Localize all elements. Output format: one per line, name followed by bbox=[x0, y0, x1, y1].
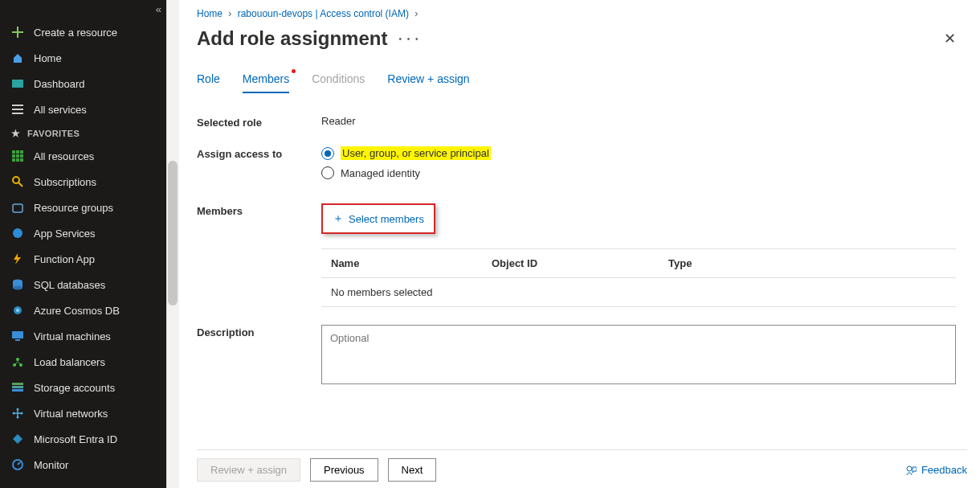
svg-rect-9 bbox=[20, 158, 23, 162]
assign-access-label: Assign access to bbox=[197, 146, 321, 186]
svg-point-12 bbox=[13, 228, 22, 238]
footer: Review + assign Previous Next Feedback bbox=[197, 449, 967, 482]
home-icon bbox=[11, 51, 24, 64]
tab-role[interactable]: Role bbox=[197, 72, 220, 93]
sidebar-item-storage-accounts[interactable]: Storage accounts bbox=[0, 375, 166, 400]
bolt-icon bbox=[11, 252, 24, 265]
radio-label-user: User, group, or service principal bbox=[341, 146, 491, 160]
review-assign-button: Review + assign bbox=[197, 458, 300, 482]
sidebar-item-virtual-machines[interactable]: Virtual machines bbox=[0, 323, 166, 349]
sidebar-item-sql-databases[interactable]: SQL databases bbox=[0, 272, 166, 297]
svg-point-15 bbox=[13, 286, 22, 290]
svg-rect-23 bbox=[12, 383, 23, 385]
members-label: Members bbox=[197, 203, 321, 217]
list-icon bbox=[11, 103, 24, 116]
vm-icon bbox=[11, 330, 24, 342]
svg-point-10 bbox=[13, 177, 19, 183]
plus-icon bbox=[11, 26, 24, 39]
svg-point-27 bbox=[21, 412, 23, 415]
selected-role-value: Reader bbox=[321, 115, 956, 129]
sidebar-item-resource-groups[interactable]: Resource groups bbox=[0, 195, 166, 220]
tabs: Role Members Conditions Review + assign bbox=[197, 72, 956, 94]
svg-rect-8 bbox=[16, 158, 19, 162]
sidebar: « Create a resource Home Dashboard All s… bbox=[0, 0, 166, 488]
svg-rect-2 bbox=[16, 150, 19, 154]
sidebar-collapse-icon[interactable]: « bbox=[156, 3, 161, 15]
description-input[interactable] bbox=[321, 325, 956, 384]
notification-dot-icon bbox=[292, 69, 296, 73]
breadcrumb: Home › rabououn-devops | Access control … bbox=[197, 8, 956, 19]
sidebar-create-resource[interactable]: Create a resource bbox=[0, 19, 166, 45]
radio-icon bbox=[321, 147, 334, 160]
sidebar-home[interactable]: Home bbox=[0, 45, 166, 71]
grid-icon bbox=[11, 150, 24, 162]
sidebar-item-virtual-networks[interactable]: Virtual networks bbox=[0, 400, 166, 426]
radio-icon bbox=[321, 166, 334, 179]
close-icon[interactable]: ✕ bbox=[944, 30, 956, 47]
plus-icon: ＋ bbox=[333, 211, 344, 226]
breadcrumb-home[interactable]: Home bbox=[197, 8, 223, 19]
sidebar-item-subscriptions[interactable]: Subscriptions bbox=[0, 169, 166, 195]
svg-rect-3 bbox=[20, 150, 23, 154]
svg-rect-4 bbox=[12, 154, 15, 158]
sidebar-item-monitor[interactable]: Monitor bbox=[0, 452, 166, 478]
storage-icon bbox=[11, 381, 24, 394]
col-object-id: Object ID bbox=[492, 257, 668, 269]
feedback-icon bbox=[905, 465, 917, 476]
tab-review-assign[interactable]: Review + assign bbox=[387, 72, 469, 93]
monitor-icon bbox=[11, 458, 24, 471]
members-empty-message: No members selected bbox=[321, 278, 956, 307]
svg-point-20 bbox=[16, 358, 19, 361]
col-type: Type bbox=[668, 257, 946, 269]
sidebar-favorites-header: FAVORITES bbox=[0, 122, 166, 143]
sidebar-item-load-balancers[interactable]: Load balancers bbox=[0, 349, 166, 375]
svg-point-26 bbox=[13, 412, 15, 415]
main-panel: Home › rabououn-devops | Access control … bbox=[166, 0, 980, 488]
svg-point-29 bbox=[17, 416, 19, 419]
sidebar-item-cosmos-db[interactable]: Azure Cosmos DB bbox=[0, 297, 166, 323]
chevron-right-icon: › bbox=[411, 8, 421, 19]
previous-button[interactable]: Previous bbox=[310, 458, 378, 482]
cube-group-icon bbox=[11, 201, 24, 214]
svg-rect-5 bbox=[16, 154, 19, 158]
col-name: Name bbox=[331, 257, 492, 269]
more-icon[interactable]: • • • bbox=[398, 35, 419, 43]
vnet-icon bbox=[11, 407, 24, 420]
description-label: Description bbox=[197, 325, 321, 338]
svg-rect-24 bbox=[12, 386, 23, 388]
select-members-button[interactable]: ＋ Select members bbox=[321, 203, 435, 234]
svg-point-28 bbox=[17, 408, 19, 411]
svg-rect-25 bbox=[12, 389, 23, 392]
svg-rect-11 bbox=[13, 204, 22, 212]
sidebar-item-entra-id[interactable]: Microsoft Entra ID bbox=[0, 426, 166, 452]
feedback-link[interactable]: Feedback bbox=[905, 464, 967, 476]
cosmos-icon bbox=[11, 304, 24, 317]
entra-icon bbox=[11, 433, 24, 445]
svg-point-17 bbox=[16, 309, 19, 312]
globe-icon bbox=[11, 227, 24, 240]
chevron-right-icon: › bbox=[225, 8, 235, 19]
tab-conditions: Conditions bbox=[312, 72, 365, 93]
svg-rect-7 bbox=[12, 158, 15, 162]
database-icon bbox=[11, 278, 24, 291]
page-title: Add role assignment bbox=[197, 27, 387, 50]
sidebar-item-all-resources[interactable]: All resources bbox=[0, 143, 166, 169]
selected-role-label: Selected role bbox=[197, 115, 321, 129]
next-button[interactable]: Next bbox=[388, 458, 437, 482]
svg-point-31 bbox=[907, 466, 912, 471]
sidebar-item-function-app[interactable]: Function App bbox=[0, 246, 166, 272]
sidebar-item-app-services[interactable]: App Services bbox=[0, 220, 166, 246]
radio-label-mi: Managed identity bbox=[341, 167, 420, 179]
tab-members[interactable]: Members bbox=[243, 72, 289, 93]
radio-managed-identity[interactable]: Managed identity bbox=[321, 166, 956, 179]
radio-user-group-sp[interactable]: User, group, or service principal bbox=[321, 146, 956, 160]
members-table: Name Object ID Type No members selected bbox=[321, 248, 956, 307]
breadcrumb-iam[interactable]: rabououn-devops | Access control (IAM) bbox=[238, 8, 409, 19]
load-balancer-icon bbox=[11, 355, 24, 368]
sidebar-dashboard[interactable]: Dashboard bbox=[0, 71, 166, 96]
svg-rect-6 bbox=[20, 154, 23, 158]
dashboard-icon bbox=[11, 77, 24, 90]
sidebar-all-services[interactable]: All services bbox=[0, 96, 166, 122]
svg-rect-1 bbox=[12, 150, 15, 154]
svg-rect-0 bbox=[12, 80, 23, 88]
